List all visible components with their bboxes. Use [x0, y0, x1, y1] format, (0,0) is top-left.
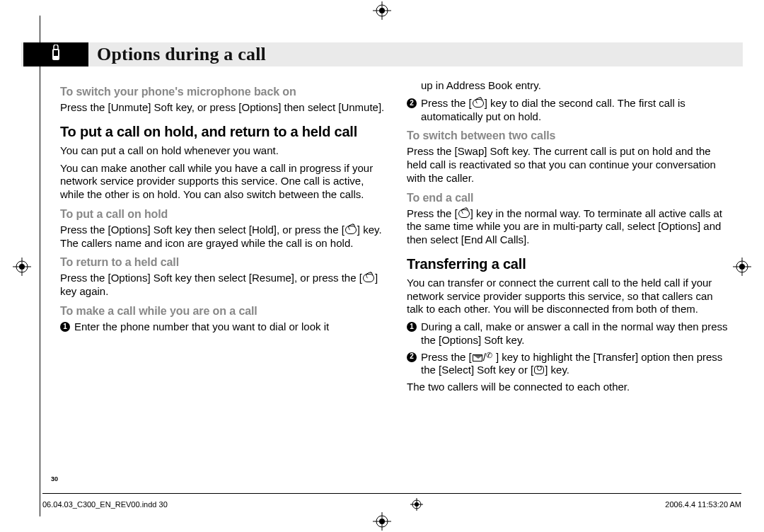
heading-transferring: Transferring a call: [407, 255, 732, 273]
content-columns: To switch your phone's microphone back o…: [60, 79, 732, 472]
text: Press the [] key in the normal way. To t…: [407, 207, 732, 247]
heading-return-held: To return to a held call: [60, 255, 386, 270]
step-number-icon: 1: [407, 322, 417, 332]
text: The two callers will be connected to eac…: [407, 381, 732, 394]
step-item: 2 Press the [/] key to highlight the [Tr…: [407, 351, 732, 378]
crop-mark-right: [733, 258, 751, 276]
step-number-icon: 2: [407, 98, 417, 108]
crop-mark-left: [13, 258, 31, 276]
call-key-icon: [345, 226, 357, 234]
footer-filename: 06.04.03_C300_EN_REV00.indd 30: [42, 500, 168, 509]
step-text: Press the [/] key to highlight the [Tran…: [421, 351, 732, 378]
text-fragment: Press the [: [407, 207, 458, 219]
text: You can put a call on hold whenever you …: [60, 144, 386, 158]
select-key-icon: [534, 366, 544, 374]
text: You can transfer or connect the current …: [407, 277, 732, 316]
section-header: Options during a call: [21, 42, 743, 66]
heading-unmute: To switch your phone's microphone back o…: [60, 85, 386, 99]
column-left: To switch your phone's microphone back o…: [60, 79, 386, 472]
text: up in Address Book entry.: [407, 79, 732, 93]
text-fragment: Press the [: [421, 97, 472, 109]
phone-lock-icon: [50, 45, 62, 64]
text: You can make another call while you have…: [60, 162, 386, 202]
text: Press the [Options] Soft key then select…: [60, 224, 386, 250]
step-item: 1 Enter the phone number that you want t…: [60, 320, 386, 334]
text: Press the [Unmute] Soft key, or press [O…: [60, 101, 386, 115]
call-key-icon: [458, 209, 470, 218]
heading-make-call-during: To make a call while you are on a call: [60, 304, 386, 318]
call-key-icon: [363, 274, 374, 282]
step-text: Enter the phone number that you want to …: [74, 320, 386, 334]
svg-rect-17: [54, 50, 58, 56]
crop-mark-top: [373, 1, 391, 20]
call-key-icon: [473, 99, 484, 108]
page-number: 30: [51, 475, 58, 482]
text-fragment: ] key.: [545, 364, 569, 376]
footer-datetime: 2006.4.4 11:53:20 AM: [665, 500, 741, 509]
text: Press the [Swap] Soft key. The current c…: [407, 145, 732, 185]
text-fragment: Press the [Options] Soft key then select…: [60, 272, 362, 284]
step-item: 1 During a call, make or answer a call i…: [407, 320, 732, 347]
header-badge: [23, 42, 88, 66]
step-number-icon: 1: [60, 322, 70, 332]
phone-key-icon: [487, 353, 495, 362]
text-fragment: Press the [: [421, 351, 472, 363]
column-right: up in Address Book entry. 2 Press the []…: [407, 79, 732, 472]
text-fragment: Press the [Options] Soft key then select…: [60, 224, 345, 236]
step-text: During a call, make or answer a call in …: [421, 320, 732, 347]
step-number-icon: 2: [407, 352, 417, 362]
heading-put-hold: To put a call on hold: [60, 207, 386, 221]
heading-switch-calls: To switch between two calls: [407, 129, 732, 143]
crop-mark-footer: [410, 498, 423, 511]
heading-end-call: To end a call: [407, 191, 732, 205]
footer-bar: 06.04.03_C300_EN_REV00.indd 30 2006.4.4 …: [42, 493, 741, 511]
crop-mark-bottom: [373, 512, 391, 531]
mail-key-icon: [473, 354, 482, 362]
step-item: 2 Press the [] key to dial the second ca…: [407, 97, 732, 124]
heading-hold-return: To put a call on hold, and return to a h…: [60, 123, 386, 141]
text: Press the [Options] Soft key then select…: [60, 272, 386, 299]
step-text: Press the [] key to dial the second call…: [421, 97, 732, 124]
page-title: Options during a call: [97, 44, 266, 65]
